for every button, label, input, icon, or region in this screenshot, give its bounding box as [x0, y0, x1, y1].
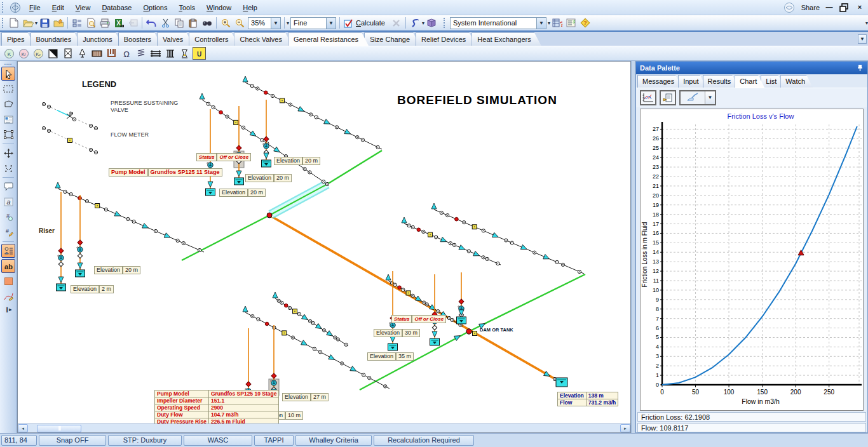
heat-exchanger-tube-button[interactable]: [149, 47, 162, 60]
menu-item-database[interactable]: Database: [96, 2, 137, 13]
new-file-button[interactable]: [7, 17, 21, 30]
share-icon[interactable]: [783, 2, 795, 13]
toolbar-overflow-caret[interactable]: ▾: [865, 20, 868, 26]
status-cell-6[interactable]: Recalculation Required: [374, 435, 474, 446]
close-button[interactable]: ×: [854, 3, 865, 13]
grill-button[interactable]: [90, 47, 104, 60]
status-cell-4[interactable]: TAPPI: [254, 435, 294, 446]
layout-button[interactable]: [70, 17, 84, 30]
help-diamond-button[interactable]: ?: [578, 17, 592, 30]
quality-combo[interactable]: Fine ▼: [290, 17, 336, 29]
canvas-horizontal-scrollbar[interactable]: ◂ ▸: [18, 424, 630, 432]
options-list-button[interactable]: [564, 17, 578, 30]
node-number-button[interactable]: #: [1, 210, 15, 224]
highlight-box-button[interactable]: [1, 274, 15, 288]
print-button[interactable]: [98, 17, 112, 30]
palette-tab-input[interactable]: Input: [678, 75, 706, 88]
doc-tab-pipes[interactable]: Pipes: [1, 32, 35, 46]
curve-type-caret[interactable]: ▼: [705, 91, 715, 104]
user-resistance-button[interactable]: U: [193, 47, 206, 60]
cut-button[interactable]: [158, 17, 172, 30]
tab-overflow-button[interactable]: ▼: [858, 34, 867, 44]
menu-item-help[interactable]: Help: [237, 2, 263, 13]
zoom-combo-caret[interactable]: ▼: [271, 18, 280, 29]
zoom-level-combo[interactable]: 35% ▼: [248, 17, 281, 29]
pipe-number-button[interactable]: #: [1, 225, 15, 239]
find-button[interactable]: [200, 17, 214, 30]
frame-tool-button[interactable]: [1, 128, 15, 142]
quality-combo-caret[interactable]: ▼: [326, 18, 336, 29]
hourglass-button[interactable]: [178, 47, 191, 60]
move-tool-button[interactable]: [1, 146, 15, 160]
pin-icon[interactable]: [857, 64, 864, 72]
omega-resistance-button[interactable]: Ω: [119, 47, 133, 60]
chart-settings-button[interactable]: [640, 90, 656, 105]
menu-item-file[interactable]: File: [24, 2, 46, 13]
copy-chart-button[interactable]: [660, 90, 676, 105]
kf-coefficient-button[interactable]: Kf: [17, 47, 31, 60]
orifice-button[interactable]: [46, 47, 60, 60]
doc-tab-controllers[interactable]: Controllers: [189, 32, 238, 46]
doc-tab-relief-devices[interactable]: Relief Devices: [416, 32, 476, 46]
copy-button[interactable]: [172, 17, 186, 30]
doc-tab-boundaries[interactable]: Boundaries: [31, 32, 82, 46]
script-button[interactable]: [408, 17, 422, 30]
menu-item-options[interactable]: Options: [137, 2, 173, 13]
scale-tool-button[interactable]: [1, 161, 15, 175]
marquee-select-button[interactable]: [1, 82, 15, 96]
menu-item-edit[interactable]: Edit: [46, 2, 70, 13]
menu-item-tools[interactable]: Tools: [173, 2, 201, 13]
status-cell-5[interactable]: Whalley Criteria: [295, 435, 372, 446]
palette-tab-results[interactable]: Results: [703, 75, 739, 88]
status-cell-2[interactable]: STP: Duxbury: [108, 435, 182, 446]
cone-resistance-button[interactable]: [76, 47, 89, 60]
panel-splitter[interactable]: [631, 61, 635, 433]
curve-type-dropdown[interactable]: ▼: [679, 90, 716, 105]
undo-button[interactable]: [144, 17, 158, 30]
calculate-button[interactable]: Calculate: [342, 17, 390, 30]
zoom-in-button[interactable]: [219, 17, 233, 30]
comment-balloon-button[interactable]: [1, 180, 15, 194]
doc-tab-check-valves[interactable]: Check Valves: [234, 32, 292, 46]
scroll-thumb[interactable]: [37, 425, 81, 432]
friction-loss-chart[interactable]: Friction Loss v's Flow012345678910111213…: [641, 109, 863, 409]
fixed-resistance-button[interactable]: [61, 47, 74, 60]
scroll-left-button[interactable]: ◂: [18, 424, 28, 432]
print-preview-button[interactable]: [84, 17, 98, 30]
zoom-out-button[interactable]: [233, 17, 247, 30]
calc-options-button[interactable]: ?: [550, 17, 564, 30]
schematic-canvas[interactable]: BOREFIELD SIMULATIONLEGENDPRESSURE SUSTA…: [17, 61, 631, 433]
heat-exchanger-plate-button[interactable]: [163, 47, 177, 60]
menu-item-view[interactable]: View: [70, 2, 97, 13]
palette-tab-watch[interactable]: Watch: [780, 75, 813, 88]
share-button[interactable]: Share: [801, 4, 820, 11]
label-tool-button[interactable]: ab: [1, 259, 15, 273]
minimize-button[interactable]: —: [824, 3, 835, 13]
status-cell-1[interactable]: Snap OFF: [39, 435, 106, 446]
pointer-tool-button[interactable]: [1, 67, 15, 81]
export-excel-button[interactable]: X: [112, 17, 126, 30]
scroll-right-button[interactable]: ▸: [620, 424, 630, 432]
u-bend-button[interactable]: [105, 47, 118, 60]
restore-button[interactable]: [839, 3, 850, 13]
k-coefficient-button[interactable]: K: [3, 47, 16, 60]
units-combo[interactable]: System International ▼: [450, 17, 546, 29]
menu-item-window[interactable]: Window: [201, 2, 237, 13]
doc-tab-boosters[interactable]: Boosters: [118, 32, 161, 46]
lasso-select-button[interactable]: [1, 97, 15, 111]
doc-tab-heat-exchangers[interactable]: Heat Exchangers: [471, 32, 541, 46]
text-tool-button[interactable]: a: [1, 195, 15, 209]
units-combo-caret[interactable]: ▼: [536, 18, 546, 29]
spring-resistance-button[interactable]: [134, 47, 147, 60]
paste-button[interactable]: [186, 17, 200, 30]
open-file-button[interactable]: [21, 17, 35, 30]
chart-tool-button[interactable]: [1, 290, 15, 304]
palette-tab-messages[interactable]: Messages: [637, 75, 682, 88]
detail-caret[interactable]: ▾: [287, 20, 289, 26]
annotation-button[interactable]: [1, 112, 15, 126]
palette-tab-chart[interactable]: Chart: [735, 75, 764, 88]
save-as-button[interactable]: [51, 17, 65, 30]
doc-tab-junctions[interactable]: Junctions: [77, 32, 122, 46]
database-book-button[interactable]: [424, 17, 438, 30]
status-cell-3[interactable]: WASC: [184, 435, 252, 446]
